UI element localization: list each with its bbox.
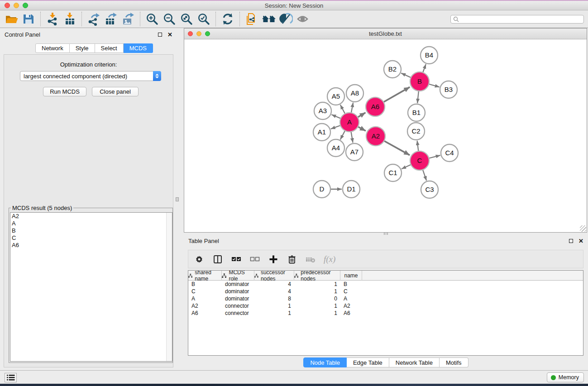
tab-network[interactable]: Network (35, 43, 70, 53)
graph-node-A2[interactable]: A2 (366, 127, 385, 146)
graph-node-C1[interactable]: C1 (384, 164, 402, 181)
mcds-result-scrollbar[interactable] (166, 213, 172, 361)
tab-select[interactable]: Select (95, 43, 124, 53)
open-session-button[interactable] (3, 11, 20, 27)
column-header-successor-nodes[interactable]: successor nodes (254, 271, 294, 281)
add-column-button[interactable] (268, 254, 279, 265)
delete-column-button[interactable] (287, 254, 297, 265)
close-table-panel-icon[interactable]: ✕ (578, 238, 583, 244)
settings-gear-icon (194, 254, 204, 264)
hide-graphics-details-button[interactable] (277, 11, 295, 27)
select-all-button[interactable] (231, 254, 242, 265)
export-table-button[interactable] (102, 11, 120, 27)
tab-style[interactable]: Style (70, 43, 95, 53)
graph-node-A6[interactable]: A6 (366, 97, 385, 116)
tab-node-table[interactable]: Node Table (303, 357, 347, 367)
refresh-button[interactable] (219, 11, 236, 27)
table-panel-title: Table Panel (188, 238, 219, 244)
graph-node-A7[interactable]: A7 (346, 143, 363, 161)
graph-node-C[interactable]: C (410, 151, 429, 170)
table-row[interactable]: Adominator80A (188, 295, 583, 302)
graph-node-A5[interactable]: A5 (327, 88, 344, 105)
criterion-select[interactable]: largest connected component (directed) (20, 71, 161, 81)
export-network-icon (87, 12, 100, 26)
table-cell: connector (222, 310, 254, 317)
table-row[interactable]: Cdominator41C (188, 288, 583, 295)
network-snapshot-button[interactable] (243, 11, 260, 27)
graph-node-C2[interactable]: C2 (407, 123, 425, 140)
deselect-all-icon (249, 254, 260, 264)
mcds-result-item[interactable]: C (10, 234, 172, 242)
network-graph[interactable]: AA1A2A3A4A5A6A7A8BB1B2B3B4CC1C2C3C4DD1 (184, 39, 587, 232)
toolbar-separator (215, 12, 216, 26)
close-panel-button[interactable]: Close panel (92, 87, 139, 96)
zoom-in-button[interactable] (143, 11, 161, 27)
export-network-button[interactable] (85, 11, 102, 27)
graph-node-B1[interactable]: B1 (408, 104, 425, 121)
graph-node-B3[interactable]: B3 (440, 81, 457, 98)
tab-mcds[interactable]: MCDS (124, 43, 153, 53)
clear-table-button[interactable] (305, 254, 316, 265)
tab-edge-table[interactable]: Edge Table (347, 357, 389, 367)
table-row[interactable]: Bdominator41B (188, 281, 583, 288)
zoom-out-button[interactable] (161, 11, 178, 27)
graph-node-A3[interactable]: A3 (314, 102, 331, 119)
graph-node-A[interactable]: A (340, 113, 359, 132)
mcds-result-item[interactable]: A (10, 220, 172, 227)
network-window-title: testGlobe.txt (184, 30, 587, 37)
zoom-fit-button[interactable] (178, 11, 195, 27)
mcds-result-item[interactable]: A6 (10, 242, 172, 249)
function-builder-button[interactable]: f(x) (324, 254, 335, 265)
search-input[interactable] (459, 16, 581, 22)
mcds-result-fieldset: MCDS result (5 nodes) A2ABCA6 (9, 208, 173, 363)
optimization-criterion-label: Optimization criterion: (4, 61, 173, 68)
home-icon (262, 12, 276, 26)
mcds-result-list[interactable]: A2ABCA6 (10, 212, 172, 362)
table-row[interactable]: A2connector11A2 (188, 302, 583, 310)
graph-node-C3[interactable]: C3 (421, 181, 438, 198)
memory-label: Memory (559, 374, 579, 381)
graph-node-B[interactable]: B (410, 72, 429, 91)
float-table-panel-icon[interactable] (569, 239, 573, 243)
zoom-out-icon (163, 12, 176, 26)
show-columns-button[interactable] (212, 254, 223, 265)
network-canvas[interactable]: AA1A2A3A4A5A6A7A8BB1B2B3B4CC1C2C3C4DD1 (184, 39, 587, 232)
tab-network-table[interactable]: Network Table (389, 357, 440, 367)
graph-node-label: C4 (445, 149, 454, 157)
graph-node-A8[interactable]: A8 (346, 85, 363, 102)
home-button[interactable] (260, 11, 277, 27)
graph-node-A4[interactable]: A4 (327, 139, 344, 157)
import-network-button[interactable] (44, 11, 61, 27)
graph-node-D[interactable]: D (313, 181, 330, 198)
tab-motifs[interactable]: Motifs (440, 357, 468, 367)
column-header-shared-name[interactable]: shared name (188, 271, 222, 281)
graph-node-D1[interactable]: D1 (343, 181, 360, 198)
graph-node-A1[interactable]: A1 (313, 124, 330, 141)
close-panel-icon[interactable]: ✕ (167, 32, 172, 38)
settings-gear-button[interactable] (194, 254, 205, 265)
save-session-button[interactable] (20, 11, 37, 27)
graph-node-B2[interactable]: B2 (384, 61, 401, 78)
run-mcds-button[interactable]: Run MCDS (43, 87, 86, 96)
import-table-button[interactable] (61, 11, 78, 27)
export-image-button[interactable] (120, 11, 137, 27)
resize-grip-icon[interactable] (580, 225, 586, 232)
column-header-name[interactable]: name (340, 271, 362, 281)
table-row[interactable]: A6connector11A6 (188, 310, 583, 317)
graph-node-B4[interactable]: B4 (421, 47, 438, 64)
deselect-all-button[interactable] (249, 254, 260, 265)
column-header-predecessor-nodes[interactable]: predecessor nodes (294, 271, 340, 281)
show-graphics-details-button[interactable] (295, 11, 312, 27)
memory-button[interactable]: Memory (547, 372, 584, 382)
mcds-result-item[interactable]: B (10, 227, 172, 234)
graph-node-label: A2 (372, 132, 380, 140)
zoom-selected-icon (197, 12, 210, 26)
zoom-selected-button[interactable] (195, 11, 212, 27)
task-history-button[interactable] (5, 373, 17, 382)
mcds-result-item[interactable]: A2 (10, 213, 172, 220)
float-panel-icon[interactable] (158, 33, 162, 37)
splitpane-grip-vertical[interactable] (176, 197, 179, 201)
window-title: Session: New Session (0, 2, 588, 9)
graph-node-C4[interactable]: C4 (441, 144, 458, 162)
column-header-MCDS-role[interactable]: MCDS role (222, 271, 254, 281)
